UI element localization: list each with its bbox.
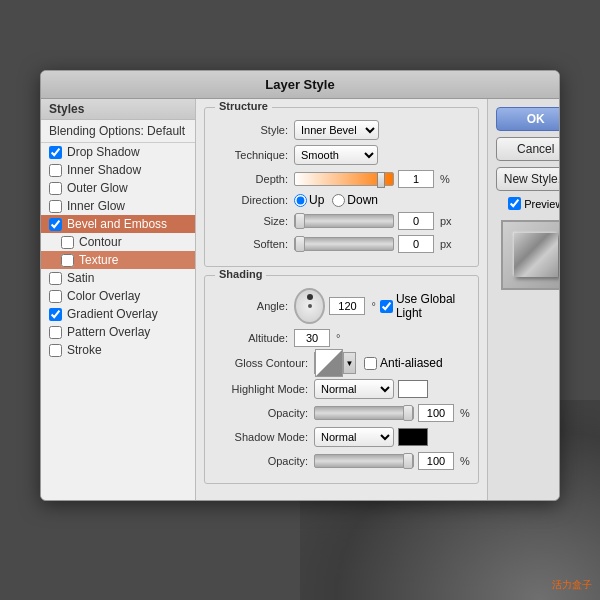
highlight-mode-row: Highlight Mode: Normal Multiply Screen <box>213 379 470 399</box>
direction-down-radio[interactable] <box>332 194 345 207</box>
preview-box <box>501 220 560 290</box>
soften-slider[interactable] <box>294 237 394 251</box>
left-panel: Styles Blending Options: Default Drop Sh… <box>41 99 196 500</box>
anti-aliased-label[interactable]: Anti-aliased <box>364 356 443 370</box>
altitude-row: Altitude: ° <box>213 329 470 347</box>
direction-up-radio[interactable] <box>294 194 307 207</box>
middle-panel: Structure Style: Inner Bevel Outer Bevel… <box>196 99 487 500</box>
angle-unit: ° <box>371 300 375 312</box>
soften-row: Soften: px <box>213 235 470 253</box>
size-slider[interactable] <box>294 214 394 228</box>
layer-item-satin[interactable]: Satin <box>41 269 195 287</box>
anti-aliased-checkbox[interactable] <box>364 357 377 370</box>
style-row: Style: Inner Bevel Outer Bevel Emboss <box>213 120 470 140</box>
layer-item-inner-glow[interactable]: Inner Glow <box>41 197 195 215</box>
highlight-opacity-label: Opacity: <box>213 407 308 419</box>
texture-checkbox[interactable] <box>61 254 74 267</box>
stroke-checkbox[interactable] <box>49 344 62 357</box>
depth-unit: % <box>440 173 450 185</box>
layer-item-drop-shadow[interactable]: Drop Shadow <box>41 143 195 161</box>
color-overlay-checkbox[interactable] <box>49 290 62 303</box>
depth-slider-thumb[interactable] <box>377 172 385 188</box>
blending-options-item[interactable]: Blending Options: Default <box>41 120 195 143</box>
size-input[interactable] <box>398 212 434 230</box>
shadow-opacity-unit: % <box>460 455 470 467</box>
outer-glow-checkbox[interactable] <box>49 182 62 195</box>
layer-item-bevel-emboss[interactable]: Bevel and Emboss <box>41 215 195 233</box>
structure-content: Style: Inner Bevel Outer Bevel Emboss Te… <box>205 108 478 266</box>
contour-button[interactable]: ▼ <box>314 352 356 374</box>
angle-input[interactable] <box>329 297 365 315</box>
watermark: 活力盒子 <box>552 578 592 592</box>
altitude-unit: ° <box>336 332 340 344</box>
angle-wheel[interactable] <box>294 288 325 324</box>
layer-item-contour[interactable]: Contour <box>41 233 195 251</box>
size-unit: px <box>440 215 452 227</box>
right-panel: OK Cancel New Style... Preview <box>487 99 560 500</box>
style-select[interactable]: Inner Bevel Outer Bevel Emboss <box>294 120 379 140</box>
direction-down-label[interactable]: Down <box>332 193 378 207</box>
depth-input[interactable] <box>398 170 434 188</box>
highlight-mode-select[interactable]: Normal Multiply Screen <box>314 379 394 399</box>
layer-item-texture[interactable]: Texture <box>41 251 195 269</box>
direction-label: Direction: <box>213 194 288 206</box>
inner-shadow-checkbox[interactable] <box>49 164 62 177</box>
contour-checkbox[interactable] <box>61 236 74 249</box>
bevel-emboss-checkbox[interactable] <box>49 218 62 231</box>
layer-item-pattern-overlay[interactable]: Pattern Overlay <box>41 323 195 341</box>
altitude-label: Altitude: <box>213 332 288 344</box>
highlight-opacity-slider[interactable] <box>314 406 414 420</box>
shading-section: Shading Angle: ° <box>204 275 479 484</box>
contour-svg <box>316 350 342 376</box>
direction-up-label[interactable]: Up <box>294 193 324 207</box>
new-style-button[interactable]: New Style... <box>496 167 560 191</box>
technique-select[interactable]: Smooth Chisel Hard Chisel Soft <box>294 145 378 165</box>
layer-item-stroke[interactable]: Stroke <box>41 341 195 359</box>
angle-label: Angle: <box>213 300 288 312</box>
size-slider-container: px <box>294 212 452 230</box>
shadow-mode-select[interactable]: Normal Multiply <box>314 427 394 447</box>
direction-radio-group: Up Down <box>294 193 378 207</box>
soften-input[interactable] <box>398 235 434 253</box>
preview-text: Preview <box>524 198 560 210</box>
shadow-opacity-slider-container: % <box>314 452 470 470</box>
satin-checkbox[interactable] <box>49 272 62 285</box>
drop-shadow-checkbox[interactable] <box>49 146 62 159</box>
structure-section: Structure Style: Inner Bevel Outer Bevel… <box>204 107 479 267</box>
depth-slider-container: % <box>294 170 450 188</box>
highlight-opacity-row: Opacity: % <box>213 404 470 422</box>
shadow-color-box[interactable] <box>398 428 428 446</box>
highlight-opacity-input[interactable] <box>418 404 454 422</box>
global-light-checkbox[interactable] <box>380 300 393 313</box>
structure-legend: Structure <box>215 100 272 112</box>
altitude-input[interactable] <box>294 329 330 347</box>
cancel-button[interactable]: Cancel <box>496 137 560 161</box>
layer-item-outer-glow[interactable]: Outer Glow <box>41 179 195 197</box>
altitude-control: ° <box>294 329 340 347</box>
layer-item-color-overlay[interactable]: Color Overlay <box>41 287 195 305</box>
shadow-mode-row: Shadow Mode: Normal Multiply <box>213 427 470 447</box>
global-light-label[interactable]: Use Global Light <box>380 292 470 320</box>
contour-preview <box>315 349 343 377</box>
depth-label: Depth: <box>213 173 288 185</box>
size-label: Size: <box>213 215 288 227</box>
preview-inner <box>514 233 558 277</box>
svg-marker-0 <box>316 350 342 376</box>
dialog-title: Layer Style <box>41 71 559 99</box>
technique-label: Technique: <box>213 149 288 161</box>
highlight-color-box[interactable] <box>398 380 428 398</box>
depth-row: Depth: % <box>213 170 470 188</box>
gradient-overlay-checkbox[interactable] <box>49 308 62 321</box>
size-row: Size: px <box>213 212 470 230</box>
layer-item-gradient-overlay[interactable]: Gradient Overlay <box>41 305 195 323</box>
ok-button[interactable]: OK <box>496 107 560 131</box>
inner-glow-checkbox[interactable] <box>49 200 62 213</box>
shadow-opacity-slider[interactable] <box>314 454 414 468</box>
contour-dropdown-arrow[interactable]: ▼ <box>343 353 355 373</box>
shadow-opacity-input[interactable] <box>418 452 454 470</box>
pattern-overlay-checkbox[interactable] <box>49 326 62 339</box>
technique-row: Technique: Smooth Chisel Hard Chisel Sof… <box>213 145 470 165</box>
angle-row: Angle: ° Use Global Light <box>213 288 470 324</box>
preview-checkbox[interactable] <box>508 197 521 210</box>
layer-item-inner-shadow[interactable]: Inner Shadow <box>41 161 195 179</box>
